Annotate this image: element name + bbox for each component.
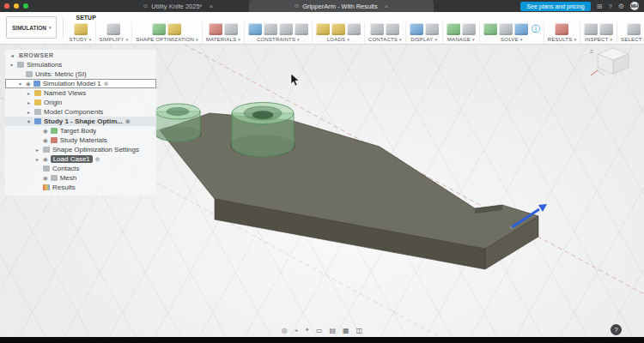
close-tab-icon[interactable]: × xyxy=(209,3,213,10)
tree-item-contacts[interactable]: Contacts xyxy=(5,164,156,173)
help-button[interactable]: ? xyxy=(611,324,622,335)
visibility-eye-icon[interactable]: ◉ xyxy=(43,156,48,163)
preserve-region-boss-2[interactable] xyxy=(232,103,294,157)
chevron-right-icon[interactable]: ▸ xyxy=(26,90,32,96)
document-icon: ⊙ xyxy=(143,3,148,9)
document-tab-gripperarm[interactable]: ⊙ GripperArm - With Results × xyxy=(249,0,434,12)
toolbar-group-inspect-label[interactable]: INSPECT▾ xyxy=(585,37,612,42)
fit-icon[interactable]: ▭ xyxy=(315,327,324,334)
solve-info-icon[interactable]: ⓘ xyxy=(532,25,540,33)
tree-item-named-views[interactable]: ▸ Named Views xyxy=(5,88,156,98)
visibility-eye-icon[interactable]: ◉ xyxy=(26,81,31,87)
chevron-down-icon[interactable]: ▾ xyxy=(9,62,15,68)
chevron-right-icon[interactable]: ▸ xyxy=(34,147,40,153)
see-plans-pricing-button[interactable]: See plans and pricing xyxy=(520,2,590,11)
solve-icon[interactable] xyxy=(483,23,497,35)
chevron-right-icon[interactable]: ▸ xyxy=(26,99,32,105)
help-icon[interactable]: ? xyxy=(608,3,611,10)
tree-item-simulation-model-1[interactable]: ▾ ◉ Simulation Model 1 ⊕ xyxy=(5,79,156,88)
center-icon[interactable]: ⌖ xyxy=(304,326,310,334)
new-study-icon[interactable] xyxy=(74,23,88,35)
browser-panel-header[interactable]: ◂ BROWSER xyxy=(5,50,156,60)
document-tab-utility-knife[interactable]: ⊙ Utility Knife 2025* × xyxy=(107,0,249,12)
toolbar-group-solve-label[interactable]: SOLVE▾ xyxy=(501,37,522,42)
tree-item-units[interactable]: Units: Metric (SI) xyxy=(5,69,156,79)
results-icon[interactable] xyxy=(555,23,568,35)
grid-settings-icon[interactable]: ▦ xyxy=(342,327,350,334)
toolbar-group-shape-optimization-label[interactable]: SHAPE OPTIMIZATION▾ xyxy=(136,37,198,42)
tree-item-label: Simulations xyxy=(27,61,62,69)
toolbar-group-results-label[interactable]: RESULTS▾ xyxy=(548,37,576,42)
pressure-load-icon[interactable] xyxy=(331,23,345,35)
chevron-right-icon[interactable]: ▸ xyxy=(34,156,40,162)
tree-item-mesh[interactable]: ◉ Mesh xyxy=(5,173,156,183)
minimize-window-button[interactable] xyxy=(14,3,19,9)
close-window-button[interactable] xyxy=(4,3,9,9)
toolbar-group-constraints-label[interactable]: CONSTRAINTS▾ xyxy=(257,37,300,42)
automatic-contacts-icon[interactable] xyxy=(370,23,384,35)
apps-grid-icon[interactable]: ⊞ xyxy=(597,3,603,10)
toolbar-group-manage-label[interactable]: MANAGE▾ xyxy=(447,37,475,42)
tree-item-simulations[interactable]: ▾ Simulations xyxy=(5,60,156,69)
manage-materials-icon[interactable] xyxy=(224,23,238,35)
force-load-icon[interactable] xyxy=(316,23,330,35)
tab-setup[interactable]: SETUP xyxy=(76,15,95,21)
moment-load-icon[interactable] xyxy=(347,23,361,35)
tree-item-load-case-1[interactable]: ▸ ◉ Load Case1 ⊕ xyxy=(5,154,156,164)
preserve-region-icon[interactable] xyxy=(152,23,166,35)
select-cursor-icon[interactable] xyxy=(627,23,641,35)
fixed-constraint-icon[interactable] xyxy=(248,23,262,35)
toolbar-group-study-label[interactable]: STUDY▾ xyxy=(69,37,91,42)
toolbar-group-simplify-label[interactable]: SIMPLIFY▾ xyxy=(100,37,129,42)
study-materials-icon[interactable] xyxy=(209,23,222,35)
chevron-down-icon: ▾ xyxy=(347,37,349,42)
measure-icon[interactable] xyxy=(584,23,598,35)
tree-item-model-components[interactable]: ▸ Model Components xyxy=(5,107,156,117)
manage-studies-icon[interactable] xyxy=(447,23,460,35)
bolt-connector-icon[interactable] xyxy=(295,23,308,35)
display-mode-icon[interactable] xyxy=(425,23,439,35)
chevron-down-icon[interactable]: ▾ xyxy=(17,81,23,87)
visibility-eye-icon[interactable]: ◉ xyxy=(43,137,48,144)
tree-item-target-body[interactable]: ◉ Target Body xyxy=(5,126,156,135)
orbit-icon[interactable]: ◎ xyxy=(281,327,289,334)
workspace-switcher-button[interactable]: SIMULATION ▾ xyxy=(6,16,57,39)
collapse-panel-icon[interactable]: ◂ xyxy=(9,52,15,58)
preserve-region-boss-1[interactable] xyxy=(155,104,200,141)
tree-item-study-materials[interactable]: ◉ Study Materials xyxy=(5,135,156,145)
frictionless-constraint-icon[interactable] xyxy=(279,23,293,35)
components-icon xyxy=(34,109,41,115)
toolbar-group-contacts-label[interactable]: CONTACTS▾ xyxy=(368,37,402,42)
display-results-icon[interactable] xyxy=(410,23,423,35)
symmetry-plane-icon[interactable] xyxy=(167,23,181,35)
pin-constraint-icon[interactable] xyxy=(264,23,277,35)
fullscreen-window-button[interactable] xyxy=(23,3,28,9)
toolbar-group-display-label[interactable]: DISPLAY▾ xyxy=(410,37,437,42)
simplify-icon[interactable] xyxy=(106,23,120,35)
tree-item-origin[interactable]: ▸ Origin xyxy=(5,98,156,107)
viewports-icon[interactable]: ◫ xyxy=(355,327,364,334)
settings-gear-icon[interactable]: ⚙ xyxy=(618,3,624,10)
visibility-eye-icon[interactable]: ◉ xyxy=(43,175,48,182)
user-avatar[interactable]: MH xyxy=(630,2,639,10)
manage-contacts-icon[interactable] xyxy=(386,23,399,35)
tree-item-study-1[interactable]: ▾ Study 1 - Shape Optim... ⊕ xyxy=(5,117,156,126)
group-label: CONSTRAINTS xyxy=(257,37,295,42)
tree-item-results[interactable]: Results xyxy=(5,183,156,192)
pan-icon[interactable]: + xyxy=(294,327,300,334)
tree-item-shape-optimization-settings[interactable]: ▸ Shape Optimization Settings xyxy=(5,145,156,154)
clone-study-icon[interactable] xyxy=(462,23,476,35)
toolbar-group-select-label[interactable]: SELECT▾ xyxy=(621,37,644,42)
toolbar-group-materials-label[interactable]: MATERIALS▾ xyxy=(206,37,240,42)
precheck-icon[interactable] xyxy=(499,23,513,35)
job-status-icon[interactable] xyxy=(514,23,528,35)
toolbar-group-inspect: INSPECT▾ xyxy=(580,21,617,44)
close-tab-icon[interactable]: × xyxy=(385,3,389,10)
chevron-right-icon[interactable]: ▸ xyxy=(26,109,32,115)
section-analysis-icon[interactable] xyxy=(599,23,613,35)
chevron-down-icon[interactable]: ▾ xyxy=(26,118,32,124)
toolbar-group-loads-label[interactable]: LOADS▾ xyxy=(327,37,349,42)
display-settings-icon[interactable]: ▤ xyxy=(329,327,337,334)
view-cube[interactable]: Z xyxy=(590,48,629,75)
visibility-eye-icon[interactable]: ◉ xyxy=(43,128,48,135)
